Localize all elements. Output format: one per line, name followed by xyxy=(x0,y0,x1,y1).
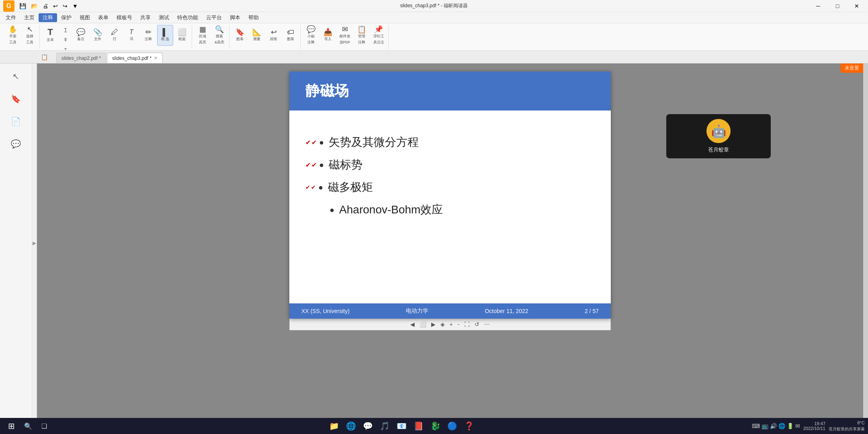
tab-bar: 📋 slides_chap2.pdf * slides_chap3.pdf * … xyxy=(0,51,868,63)
bullet-text-3: 磁多极矩 xyxy=(328,180,373,195)
app2-icon: 🔵 xyxy=(447,421,457,431)
quick-access-print[interactable]: 🖨 xyxy=(41,2,50,10)
taskbar-search-button[interactable]: 🔍 xyxy=(21,419,35,433)
menu-template[interactable]: 模板号 xyxy=(113,13,136,22)
manage-annotations-button[interactable]: 📋 管理 注释 xyxy=(354,25,370,46)
slide-fullscreen-icon[interactable]: ⛶ xyxy=(463,320,471,328)
sidebar-comment-icon[interactable]: 💬 xyxy=(6,134,26,154)
task-view-icon: ❑ xyxy=(41,422,47,430)
system-clock[interactable]: 19:47 2022/10/11 xyxy=(803,421,825,431)
stamp-button[interactable]: 🔖 图章 xyxy=(232,25,248,46)
slide-more-icon[interactable]: ⋯ xyxy=(483,320,491,328)
taskbar-browser[interactable]: 🌐 xyxy=(344,419,358,433)
menu-script[interactable]: 脚本 xyxy=(226,13,244,22)
notification-icon[interactable]: ✉ xyxy=(795,423,800,429)
network-icon[interactable]: 🌐 xyxy=(778,423,785,429)
minimize-button[interactable]: ─ xyxy=(810,0,826,12)
area-highlight-button[interactable]: ▦ 区域 高亮 xyxy=(194,25,211,46)
taskbar-chat[interactable]: 💬 xyxy=(360,419,375,433)
slide-fit-icon[interactable]: ◈ xyxy=(439,320,446,328)
slide-nav-prev-icon[interactable]: ◀ xyxy=(409,320,416,328)
taskbar-task-view-button[interactable]: ❑ xyxy=(37,419,51,433)
sidebar-bookmark-icon[interactable]: 🔖 xyxy=(6,89,26,108)
select-tool-button[interactable]: ↖ 选择 工具 xyxy=(22,25,38,46)
taskbar-app3[interactable]: ❓ xyxy=(462,419,476,433)
collapse-handle[interactable]: ▶ xyxy=(32,63,37,423)
menu-home[interactable]: 主页 xyxy=(20,13,39,22)
slide-nav-next-icon[interactable]: ▶ xyxy=(430,320,437,328)
menu-annotation[interactable]: 注释 xyxy=(39,13,57,22)
menu-view[interactable]: 视图 xyxy=(76,13,94,22)
search-highlight-button[interactable]: 🔍 搜索 &高亮 xyxy=(211,25,227,46)
return-button[interactable]: ↩ 回答 xyxy=(266,25,282,46)
mail-icon: 📧 xyxy=(397,421,407,431)
right-scrollbar[interactable] xyxy=(863,63,868,423)
volume-icon[interactable]: 🔊 xyxy=(770,423,777,429)
sidebar-cursor-icon[interactable]: ↖ xyxy=(6,67,26,86)
text-strikethrough-button[interactable]: T xyxy=(59,35,72,45)
battery-icon[interactable]: 🔋 xyxy=(787,423,794,429)
annotation-button[interactable]: ✏ 注释 xyxy=(140,25,156,46)
start-button[interactable]: ⊞ xyxy=(3,418,19,434)
quick-access-save[interactable]: 💾 xyxy=(18,2,28,10)
display-icon[interactable]: 📺 xyxy=(762,423,768,429)
slide-frame-icon[interactable]: ⬜ xyxy=(418,320,428,328)
quick-access-open[interactable]: 📂 xyxy=(29,2,39,10)
taskbar-file-explorer[interactable]: 📁 xyxy=(327,419,341,433)
sidebar-toggle[interactable]: 📋 xyxy=(32,51,56,63)
import-button[interactable]: 📥 导入 xyxy=(320,25,336,46)
text-format-button[interactable]: T xyxy=(59,45,72,51)
check-3b: ✔ xyxy=(311,184,316,190)
text-tool-button[interactable]: T 文本 xyxy=(42,25,58,46)
slide-rotate-icon[interactable]: ↺ xyxy=(473,320,481,328)
highlight-button[interactable]: ▌ 框 选 xyxy=(157,25,173,46)
pdf-slide: 静磁场 ✔ ✔ ● 矢势及其微分方程 ✔ ✔ xyxy=(289,72,611,319)
pin-button[interactable]: 📌 浮钉工 具注注 xyxy=(371,25,387,46)
slide-zoom-in-icon[interactable]: + xyxy=(448,320,454,328)
maximize-button[interactable]: □ xyxy=(829,0,845,12)
note-button[interactable]: 💬 备注 xyxy=(73,25,89,46)
text-style-button[interactable]: T 法 xyxy=(123,25,139,46)
attachment-button[interactable]: 📎 文件 xyxy=(90,25,106,46)
menu-test[interactable]: 测试 xyxy=(155,13,173,22)
title-bar: G 💾 📂 🖨 ↩ ↪ ▼ slides_chap3.pdf * - 福昕阅读器… xyxy=(0,0,868,12)
menu-special[interactable]: 特色功能 xyxy=(173,13,202,22)
taskbar-app1[interactable]: 🐉 xyxy=(428,419,442,433)
menu-file[interactable]: 文件 xyxy=(2,13,20,22)
hand-tool-button[interactable]: ✋ 手形 工具 xyxy=(5,25,21,46)
title-bar-left: G 💾 📂 🖨 ↩ ↪ ▼ xyxy=(3,0,80,12)
tab-chap2[interactable]: slides_chap2.pdf * xyxy=(56,53,106,63)
keyboard-icon[interactable]: ⌨ xyxy=(752,423,760,429)
mute-button[interactable]: 未音景 xyxy=(841,63,863,73)
annotation-icon: ✏ xyxy=(145,29,151,36)
eraser-button[interactable]: ⬜ 框架 xyxy=(174,25,190,46)
sticky-note-button[interactable]: 💬 小贴 注释 xyxy=(303,25,319,46)
close-button[interactable]: ✕ xyxy=(849,0,865,12)
note-icon: 💬 xyxy=(76,29,85,36)
quick-access-redo[interactable]: ↪ xyxy=(61,2,69,10)
taskbar-mail[interactable]: 📧 xyxy=(394,419,409,433)
bullet-dot-4: ● xyxy=(330,205,334,215)
text-underline-button[interactable]: T xyxy=(59,25,72,35)
taskbar-reader[interactable]: 📕 xyxy=(411,419,426,433)
pen-button[interactable]: 🖊 打 xyxy=(106,25,123,46)
sticky-note-icon: 💬 xyxy=(307,26,315,33)
quick-access-undo[interactable]: ↩ xyxy=(51,2,59,10)
menu-protect[interactable]: 保护 xyxy=(57,13,76,22)
sidebar-pages-icon[interactable]: 📄 xyxy=(6,112,26,131)
taskbar-app2[interactable]: 🔵 xyxy=(445,419,459,433)
tab-chap3[interactable]: slides_chap3.pdf * ✕ xyxy=(107,53,163,63)
slide-zoom-out-icon[interactable]: - xyxy=(456,320,461,328)
tab-chap3-close[interactable]: ✕ xyxy=(154,55,158,61)
tag-button[interactable]: 🏷 图章 xyxy=(283,25,299,46)
quick-access-more[interactable]: ▼ xyxy=(71,2,80,10)
taskbar-right: ⌨ 📺 🔊 🌐 🔋 ✉ 19:47 2022/10/11 8°C 苍月蛟章的共享… xyxy=(752,420,865,432)
menu-form[interactable]: 表单 xyxy=(94,13,113,22)
menu-help[interactable]: 帮助 xyxy=(244,13,263,22)
send-pdf-button[interactable]: ✉ 邮件发 送PDF xyxy=(337,25,353,46)
taskbar-music[interactable]: 🎵 xyxy=(377,419,392,433)
menu-cloud[interactable]: 云平台 xyxy=(202,13,226,22)
menu-share[interactable]: 共享 xyxy=(136,13,155,22)
measure-button[interactable]: 📐 测量 xyxy=(249,25,265,46)
measure-icon: 📐 xyxy=(252,29,261,36)
